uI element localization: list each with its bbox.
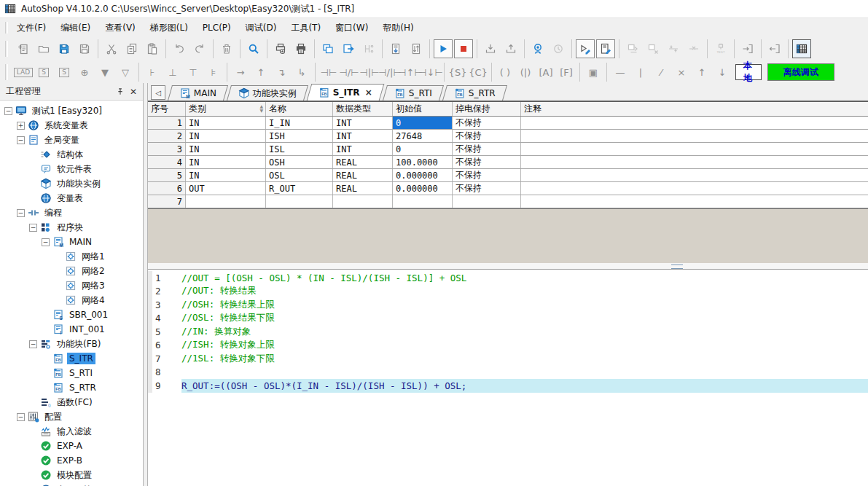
line-corner-up-button[interactable]: ↳	[292, 63, 311, 82]
cell-name[interactable]: R_OUT	[266, 182, 333, 195]
contact-no-button[interactable]: ⊣⊢	[319, 63, 338, 82]
tree-item-variable-table[interactable]: 变量表	[0, 191, 143, 205]
code-line-7[interactable]: 7//1SL: 转换对象下限	[148, 352, 868, 366]
cell-type[interactable]	[333, 195, 393, 208]
code-line-2[interactable]: 2//OUT: 转换结果	[148, 285, 868, 299]
tree-item-s-rti[interactable]: FBS_RTI	[0, 366, 143, 380]
cell-no[interactable]: 2	[148, 130, 186, 142]
online-edit-button[interactable]	[596, 39, 615, 58]
sfc-mode-button[interactable]: S	[55, 63, 74, 82]
compile-button[interactable]	[386, 39, 405, 58]
cell-comment[interactable]	[521, 156, 868, 168]
coil-a-button[interactable]: [A]	[536, 63, 555, 82]
cell-type[interactable]: REAL	[333, 156, 393, 168]
contact-nc-button[interactable]: ⊣/⊢	[340, 63, 359, 82]
h-line-button[interactable]: —	[611, 63, 630, 82]
cell-init[interactable]: 100.0000	[393, 156, 453, 168]
tree-item-exp-b[interactable]: EXP-B	[0, 453, 143, 468]
cell-cat[interactable]: IN	[186, 156, 266, 168]
cell-no[interactable]: 1	[148, 117, 186, 129]
cell-retain[interactable]: 不保持	[453, 130, 521, 142]
cell-retain[interactable]: 不保持	[453, 169, 521, 181]
contact-falling-button[interactable]: ⊣↓⊢	[421, 63, 440, 82]
local-button[interactable]: 本地	[735, 64, 762, 80]
menu-item-2[interactable]: 查看(V)	[98, 20, 142, 36]
variable-replace-button[interactable]	[359, 39, 378, 58]
cell-name[interactable]: I_IN	[266, 117, 333, 129]
cell-name[interactable]: OSH	[266, 156, 333, 168]
cell-name[interactable]: OSL	[266, 169, 333, 181]
menu-item-6[interactable]: 工具(T)	[284, 20, 327, 36]
delete-row-button[interactable]	[684, 39, 703, 58]
save-all-button[interactable]	[75, 39, 94, 58]
tree-item-function-blocks-fb[interactable]: −功能块(FB)	[0, 337, 143, 351]
move-up-button[interactable]: ↑	[692, 63, 711, 82]
pin-icon[interactable]	[114, 86, 127, 98]
monitor-button[interactable]	[528, 39, 547, 58]
login-button[interactable]	[738, 39, 757, 58]
insert-division-button[interactable]: ⊕	[75, 63, 94, 82]
menu-item-4[interactable]: PLC(P)	[196, 20, 238, 35]
time-monitor-button[interactable]	[549, 39, 568, 58]
line-right-button[interactable]: →	[231, 63, 250, 82]
tree-item-fb-instances[interactable]: 功能块实例	[0, 176, 143, 191]
expander-icon[interactable]: +	[17, 122, 25, 130]
tab-s-rtr[interactable]: FBS_RTR	[442, 85, 507, 101]
cell-name[interactable]: ISH	[266, 130, 333, 142]
menu-item-3[interactable]: 梯形图(L)	[144, 20, 195, 36]
cell-type[interactable]: INT	[333, 117, 393, 129]
cell-cat[interactable]: IN	[186, 143, 266, 155]
line-up-button[interactable]: ↑	[251, 63, 270, 82]
cell-no[interactable]: 3	[148, 143, 186, 155]
stop-button[interactable]	[454, 39, 473, 58]
cell-init[interactable]	[393, 195, 453, 208]
coil-out-button[interactable]: ( )	[496, 63, 515, 82]
tab-scroll-left-icon[interactable]: ◁	[151, 85, 165, 100]
code-line-1[interactable]: 1//OUT = [(OSH - OSL) * (IN - ISL)/(ISH …	[148, 271, 868, 285]
expander-icon[interactable]: −	[4, 107, 12, 115]
cell-retain[interactable]: 不保持	[453, 143, 521, 155]
new-file-button[interactable]	[14, 39, 33, 58]
cross-reference-button[interactable]	[623, 39, 642, 58]
stl-mode-button[interactable]: S	[34, 63, 53, 82]
redo-button[interactable]	[190, 39, 209, 58]
cell-init[interactable]: 27648	[393, 130, 453, 142]
device-monitor-table-button[interactable]	[792, 39, 811, 58]
horizontal-splitter[interactable]	[148, 263, 868, 270]
code-line-6[interactable]: 6//ISH: 转换对象上限	[148, 339, 868, 353]
column-header-4[interactable]: 初始值	[393, 102, 453, 116]
cell-comment[interactable]	[521, 117, 868, 129]
tree-item-project-root[interactable]: −测试1 [Easy320]	[0, 103, 143, 118]
copy-button[interactable]	[122, 39, 141, 58]
v-line-button[interactable]: |	[631, 63, 650, 82]
cell-retain[interactable]	[453, 195, 521, 208]
cell-type[interactable]: INT	[333, 130, 393, 142]
coil-f-button[interactable]: [F]	[557, 63, 576, 82]
tab-s-itr[interactable]: FBS_ITR×	[307, 84, 384, 101]
function-block-insert-button[interactable]: ▣	[584, 63, 603, 82]
line-corner-down-button[interactable]: ↴	[272, 63, 291, 82]
sort-icon[interactable]: ▲▼	[259, 104, 263, 113]
cell-no[interactable]: 7	[148, 195, 186, 208]
code-line-9[interactable]: 9R_OUT:=((OSH - OSL)*(I_IN - ISL)/(ISH -…	[148, 379, 868, 393]
compile-all-button[interactable]	[407, 39, 426, 58]
branch-close-button[interactable]: ⊥	[163, 63, 182, 82]
tab-main[interactable]: MMAIN	[168, 85, 228, 101]
tree-item-network-1[interactable]: 网络1	[0, 249, 143, 264]
tree-item-device-element-table[interactable]: 软元件表	[0, 162, 143, 176]
tree-item-programming[interactable]: −编程	[0, 205, 143, 220]
debug-run-edit-button[interactable]	[576, 39, 595, 58]
cell-cat[interactable]: IN	[186, 169, 266, 181]
tab-fb-instance[interactable]: 功能块实例	[227, 85, 308, 101]
tree-item-s-itr[interactable]: FBS_ITR	[0, 351, 143, 366]
close-panel-icon[interactable]: ✕	[127, 86, 140, 98]
expander-icon[interactable]: −	[17, 136, 25, 144]
column-header-0[interactable]: 序号	[148, 102, 186, 116]
cell-cat[interactable]	[186, 195, 266, 208]
coil-reset-button[interactable]: {C}	[469, 63, 488, 82]
cell-no[interactable]: 4	[148, 156, 186, 168]
delete-row-ladder-button[interactable]: ▽	[116, 63, 135, 82]
cell-retain[interactable]: 不保持	[453, 117, 521, 129]
menu-item-5[interactable]: 调试(D)	[239, 20, 284, 36]
run-button[interactable]	[434, 39, 453, 58]
